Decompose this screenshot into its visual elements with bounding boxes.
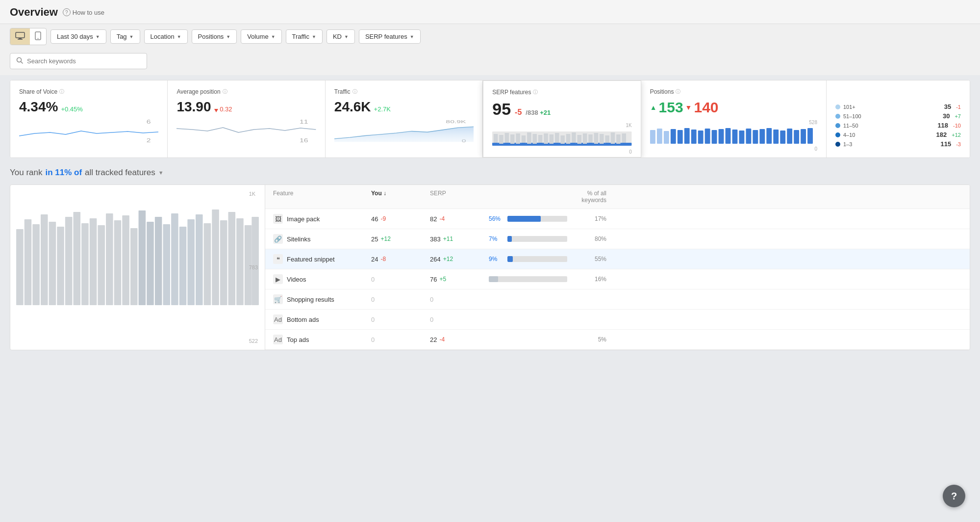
mobile-icon [35, 31, 41, 40]
feature-icon: Ad [273, 335, 283, 344]
info-icon[interactable]: ⓘ [59, 88, 64, 95]
pct-all-kw: 16% [567, 276, 606, 283]
search-input[interactable] [27, 57, 141, 65]
table-row[interactable]: 🔗 Sitelinks 25 +12 383 +11 7% 80% [265, 229, 970, 249]
traffic-filter-button[interactable]: Traffic ▼ [286, 29, 323, 44]
table-row[interactable]: 🛒 Shopping results 0 0 [265, 289, 970, 310]
mobile-device-button[interactable] [30, 28, 46, 45]
legend-row: 11–50 118 -10 [835, 122, 961, 129]
traffic-delta: +2.7K [374, 105, 391, 113]
svg-rect-33 [583, 133, 587, 144]
serp-delta: +12 [443, 256, 453, 262]
svg-rect-96 [196, 214, 203, 305]
feature-table: Feature You ↓ SERP % of all keywords 🖼 I… [265, 185, 970, 350]
feature-icon: ❝ [273, 254, 283, 264]
legend-row: 51–100 30 +7 [835, 112, 961, 120]
kd-filter-button[interactable]: KD ▼ [327, 29, 355, 44]
serp-delta: +11 [443, 235, 453, 242]
svg-rect-27 [550, 134, 554, 144]
th-you[interactable]: You ↓ [371, 190, 430, 204]
svg-rect-60 [718, 129, 724, 144]
feature-cell: 🖼 Image pack [273, 214, 371, 224]
legend-num: 115 [939, 140, 951, 148]
positions-values: ▲ 153 ▼ 140 [650, 99, 817, 116]
feature-icon: 🖼 [273, 214, 283, 224]
traffic-label: Traffic ⓘ [334, 88, 474, 95]
share-of-voice-delta: +0.45% [61, 105, 82, 113]
table-row[interactable]: Ad Bottom ads 0 0 [265, 310, 970, 330]
svg-rect-36 [600, 134, 604, 144]
table-row[interactable]: 🖼 Image pack 46 -9 82 -4 56% 17% [265, 209, 970, 229]
svg-rect-40 [622, 133, 627, 144]
chart-y-label-mid1: 783 [249, 264, 258, 270]
info-icon[interactable]: ⓘ [223, 88, 227, 95]
th-feature: Feature [273, 190, 371, 204]
page-header: Overview ? How to use [0, 0, 980, 24]
left-bar-chart [15, 190, 260, 308]
th-pct-kw: % of all keywords [567, 190, 606, 204]
positions-filter-button[interactable]: Positions ▼ [192, 29, 237, 44]
average-position-card: Average position ⓘ 13.90 0.32 11 16 [168, 80, 325, 157]
svg-rect-87 [122, 215, 129, 305]
pct-all-kw: 55% [567, 256, 606, 262]
svg-rect-47 [589, 143, 593, 146]
svg-rect-25 [538, 135, 543, 144]
serp-features-filter-button[interactable]: SERP features ▼ [359, 29, 421, 44]
svg-rect-18 [499, 135, 503, 144]
feature-cell: ▶ Videos [273, 274, 371, 284]
bar-track [507, 256, 567, 262]
svg-rect-29 [561, 135, 565, 144]
svg-rect-92 [163, 224, 170, 305]
serp-features-label: SERP features ⓘ [492, 89, 631, 96]
pct-bar-cell: 9% [489, 256, 567, 262]
pct-all-kw: 17% [567, 215, 606, 222]
search-input-wrap [10, 53, 147, 69]
info-icon[interactable]: ⓘ [533, 89, 538, 96]
serp-delta: +5 [439, 276, 446, 283]
help-circle-icon: ? [63, 8, 71, 16]
you-delta: +12 [380, 235, 390, 242]
feature-cell: ❝ Featured snippet [273, 254, 371, 264]
location-filter-button[interactable]: Location ▼ [144, 29, 188, 44]
how-to-use-link[interactable]: ? How to use [63, 8, 104, 16]
pct-bar-cell: 56% [489, 215, 567, 222]
svg-rect-38 [611, 132, 615, 144]
info-icon[interactable]: ⓘ [352, 88, 357, 95]
average-position-value: 13.90 0.32 [176, 99, 316, 115]
info-icon[interactable]: ⓘ [676, 88, 680, 95]
legend-num: 35 [939, 103, 951, 110]
svg-rect-50 [650, 130, 655, 144]
svg-rect-81 [74, 212, 81, 305]
volume-filter-button[interactable]: Volume ▼ [241, 29, 281, 44]
search-bar-row [0, 49, 980, 75]
chart-y-label-top: 1K [249, 191, 258, 197]
stats-section: Share of Voice ⓘ 4.34% +0.45% 6 2 [0, 75, 980, 163]
desktop-device-button[interactable] [10, 28, 30, 45]
svg-rect-28 [555, 133, 559, 144]
svg-rect-93 [171, 213, 178, 305]
feature-icon: 🛒 [273, 294, 283, 304]
rank-chevron-icon[interactable]: ▼ [158, 170, 164, 176]
feature-name: Bottom ads [287, 316, 319, 323]
svg-rect-46 [572, 143, 576, 146]
rank-headline: You rank in 11% of all tracked features … [10, 168, 970, 178]
serp-cell: 22 -4 [430, 336, 489, 343]
table-row[interactable]: ▶ Videos 0 76 +5 16% [265, 269, 970, 289]
you-cell: 46 -9 [371, 215, 430, 223]
table-row[interactable]: Ad Top ads 0 22 -4 5% [265, 330, 970, 350]
th-pct-bar [489, 190, 567, 204]
you-cell: 0 [371, 336, 430, 343]
you-cell: 0 [371, 316, 430, 323]
table-row[interactable]: ❝ Featured snippet 24 -8 264 +12 9% 55% [265, 249, 970, 269]
last30days-filter-button[interactable]: Last 30 days ▼ [50, 29, 106, 44]
serp-cell: 82 -4 [430, 215, 489, 223]
svg-rect-59 [711, 130, 717, 144]
svg-rect-35 [594, 133, 599, 144]
positions-label: Positions ⓘ [650, 88, 817, 95]
svg-rect-58 [704, 129, 710, 144]
serp-features-card: SERP features ⓘ 95 -5 /838 +21 1K [483, 80, 641, 157]
svg-rect-17 [494, 134, 498, 144]
svg-text:11: 11 [300, 119, 308, 125]
tag-filter-button[interactable]: Tag ▼ [110, 29, 140, 44]
bar-track [507, 216, 567, 222]
